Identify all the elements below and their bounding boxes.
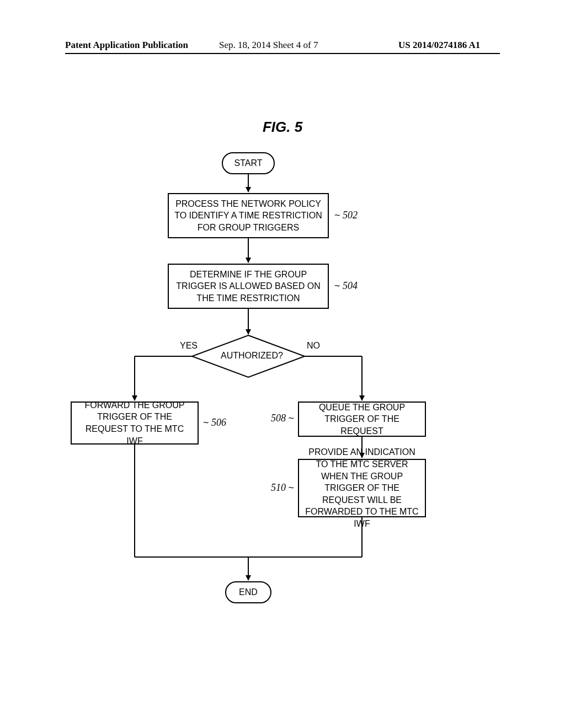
decision-authorized: AUTHORIZED? — [221, 351, 276, 361]
ref-502-num: 502 — [343, 210, 358, 221]
start-terminator: START — [222, 152, 275, 174]
step-510: PROVIDE AN INDICATION TO THE MTC SERVER … — [298, 459, 426, 517]
ref-506-num: 506 — [211, 417, 226, 428]
end-terminator: END — [225, 581, 271, 603]
step-506: FORWARD THE GROUP TRIGGER OF THE REQUEST… — [71, 402, 199, 445]
ref-504-num: 504 — [343, 280, 358, 291]
ref-506: ~ 506 — [203, 417, 226, 429]
ref-508: 508 ~ — [271, 413, 294, 424]
step-504: DETERMINE IF THE GROUP TRIGGER IS ALLOWE… — [168, 264, 329, 309]
step-502: PROCESS THE NETWORK POLICY TO IDENTIFY A… — [168, 193, 329, 238]
ref-510-num: 510 — [271, 482, 286, 493]
ref-510: 510 ~ — [271, 482, 294, 494]
ref-502: ~ 502 — [334, 210, 358, 221]
ref-504: ~ 504 — [334, 280, 358, 292]
step-508: QUEUE THE GROUP TRIGGER OF THE REQUEST — [298, 402, 426, 437]
flow-arrows — [0, 0, 565, 728]
page: Patent Application Publication Sep. 18, … — [0, 0, 565, 728]
branch-yes: YES — [180, 341, 198, 351]
branch-no: NO — [307, 341, 320, 351]
ref-508-num: 508 — [271, 413, 286, 424]
